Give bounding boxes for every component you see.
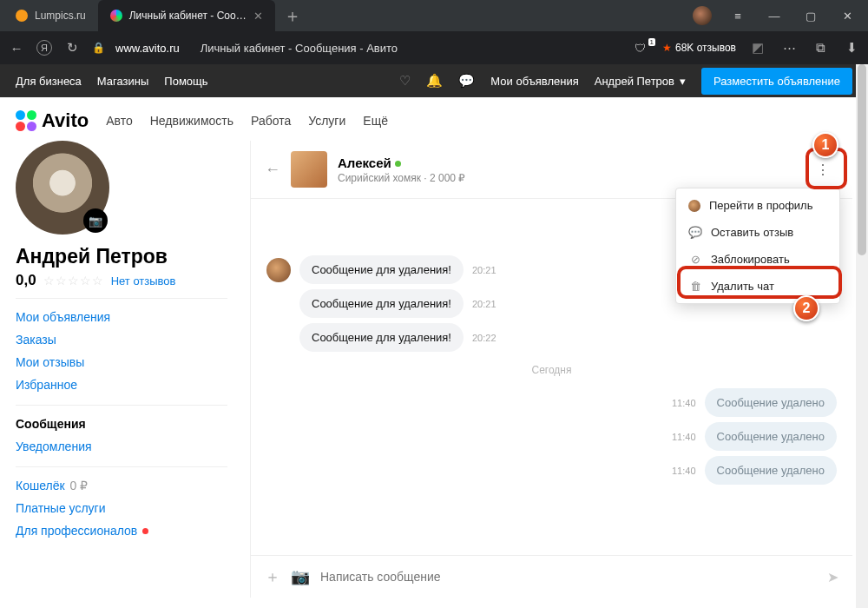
site-topbar: Для бизнеса Магазины Помощь ♡ 🔔 💬 Мои об… — [0, 64, 868, 97]
profile-icon — [688, 200, 700, 212]
compose-bar: ＋ 📷 ➤ — [251, 555, 852, 598]
page-title: Личный кабинет - Сообщения - Авито — [201, 42, 398, 55]
sidebar-item-notifications[interactable]: Уведомления — [16, 435, 227, 458]
annotation-box-2 — [677, 266, 842, 299]
cat-more[interactable]: Ещё — [363, 114, 388, 128]
stars-icon: ☆☆☆☆☆ — [43, 274, 104, 287]
date-separator: Сегодня — [266, 364, 837, 376]
back-icon[interactable]: ← — [265, 161, 280, 179]
lock-icon[interactable]: 🔒 — [92, 42, 105, 54]
cat-job[interactable]: Работа — [251, 114, 291, 128]
attach-icon[interactable]: ＋ — [265, 566, 280, 587]
heart-icon[interactable]: ♡ — [399, 73, 411, 89]
address-bar: ← Я ↻ 🔒 www.avito.ru Личный кабинет - Со… — [0, 31, 868, 64]
category-bar: Avito Авто Недвижимость Работа Услуги Ещ… — [0, 97, 868, 141]
topbar-link-help[interactable]: Помощь — [164, 75, 207, 88]
scrollbar[interactable] — [856, 64, 868, 608]
send-button[interactable]: ➤ — [827, 569, 838, 585]
sidebar-item-orders[interactable]: Заказы — [16, 328, 227, 351]
favicon-icon — [16, 10, 28, 22]
menu-icon[interactable]: ≡ — [720, 3, 755, 28]
online-dot-icon — [395, 161, 401, 167]
peer-avatar-small — [266, 258, 291, 282]
no-reviews-link[interactable]: Нет отзывов — [111, 274, 176, 287]
new-tab-button[interactable]: ＋ — [275, 4, 310, 28]
bookmark-icon[interactable]: ◩ — [748, 40, 767, 56]
topbar-my-ads[interactable]: Мои объявления — [490, 75, 578, 88]
maximize-button[interactable]: ▢ — [793, 3, 828, 28]
reload-button[interactable]: ↻ — [62, 40, 82, 56]
tab-strip: Lumpics.ru Личный кабинет - Соо… ✕ ＋ ≡ ―… — [0, 0, 868, 31]
camera-icon[interactable]: 📷 — [83, 208, 108, 233]
extensions-icon[interactable]: ⋯ — [779, 40, 799, 56]
tab-lumpics[interactable]: Lumpics.ru — [3, 0, 98, 31]
avito-logo[interactable]: Avito — [16, 109, 89, 132]
profile-rating: 0,0 ☆☆☆☆☆ Нет отзывов — [16, 272, 227, 289]
reviews-extension[interactable]: ★68K отзывов — [662, 42, 736, 54]
shield-icon[interactable]: 🛡1 — [635, 42, 650, 55]
topbar-link-shops[interactable]: Магазины — [97, 75, 149, 88]
cat-services[interactable]: Услуги — [308, 114, 345, 128]
downloads-icon[interactable]: ⬇ — [842, 40, 861, 56]
tab-avito[interactable]: Личный кабинет - Соо… ✕ — [98, 0, 275, 31]
url-text[interactable]: www.avito.ru — [115, 42, 180, 55]
compose-input[interactable] — [320, 570, 817, 584]
chat-peer-name[interactable]: Алексей — [338, 155, 465, 170]
dropdown-item-review[interactable]: 💬Оставить отзыв — [676, 219, 839, 246]
profile-sidebar: 📷 Андрей Петров 0,0 ☆☆☆☆☆ Нет отзывов Мо… — [16, 141, 241, 598]
sidebar-item-favorites[interactable]: Избранное — [16, 373, 227, 396]
sidebar-item-my-ads[interactable]: Мои объявления — [16, 306, 227, 328]
camera-icon[interactable]: 📷 — [291, 567, 310, 586]
sidebar-item-messages[interactable]: Сообщения — [16, 413, 227, 435]
topbar-user-menu[interactable]: Андрей Петров▾ — [595, 75, 686, 88]
tab-title: Lumpics.ru — [35, 10, 86, 22]
sidebar-icon[interactable]: ⧉ — [811, 40, 830, 56]
chat-icon[interactable]: 💬 — [458, 73, 475, 89]
message-row: 11:40 Сообщение удалено — [266, 456, 837, 485]
logo-icon — [16, 110, 36, 131]
post-ad-button[interactable]: Разместить объявление — [701, 68, 852, 95]
block-icon: ⊘ — [688, 253, 702, 266]
profile-avatar[interactable]: 📷 — [16, 141, 109, 235]
sidebar-item-wallet[interactable]: Кошелёк0 ₽ — [16, 474, 227, 497]
profile-name: Андрей Петров — [16, 245, 227, 268]
sidebar-item-my-reviews[interactable]: Мои отзывы — [16, 351, 227, 373]
back-button[interactable]: ← — [7, 41, 26, 56]
annotation-marker-2: 2 — [793, 295, 819, 321]
topbar-link-business[interactable]: Для бизнеса — [16, 75, 82, 88]
annotation-marker-1: 1 — [812, 132, 838, 158]
sidebar-item-paid[interactable]: Платные услуги — [16, 497, 227, 519]
profile-avatar-icon[interactable] — [693, 6, 712, 25]
message-row: Сообщение для удаления! 20:22 — [266, 323, 837, 352]
cat-realty[interactable]: Недвижимость — [150, 114, 233, 128]
browser-chrome: Lumpics.ru Личный кабинет - Соо… ✕ ＋ ≡ ―… — [0, 0, 868, 64]
cat-auto[interactable]: Авто — [106, 114, 133, 128]
message-row: 11:40 Сообщение удалено — [266, 422, 837, 451]
close-icon[interactable]: ✕ — [253, 10, 263, 23]
minimize-button[interactable]: ― — [757, 3, 792, 28]
close-button[interactable]: ✕ — [830, 3, 865, 28]
chat-bubble-icon: 💬 — [688, 226, 702, 239]
chevron-down-icon: ▾ — [680, 75, 686, 88]
message-row: 11:40 Сообщение удалено — [266, 388, 837, 417]
tab-title: Личный кабинет - Соо… — [129, 10, 247, 22]
chat-pane: ← Алексей Сирийский хомяк · 2 000 ₽ ⋮ 19… — [250, 141, 852, 598]
dot-icon — [142, 528, 148, 534]
dropdown-item-profile[interactable]: Перейти в профиль — [676, 192, 839, 219]
yandex-icon[interactable]: Я — [36, 40, 52, 56]
chat-subject[interactable]: Сирийский хомяк · 2 000 ₽ — [338, 172, 465, 184]
peer-avatar[interactable] — [291, 151, 327, 188]
sidebar-item-pro[interactable]: Для профессионалов — [16, 519, 227, 542]
site-viewport: Для бизнеса Магазины Помощь ♡ 🔔 💬 Мои об… — [0, 64, 868, 608]
bell-icon[interactable]: 🔔 — [426, 73, 443, 89]
window-controls: ≡ ― ▢ ✕ — [693, 3, 865, 28]
favicon-icon — [110, 10, 122, 22]
